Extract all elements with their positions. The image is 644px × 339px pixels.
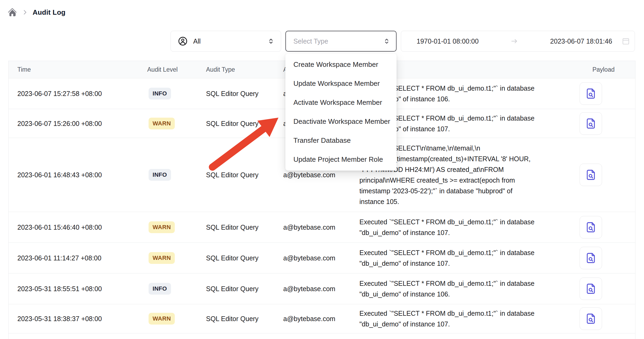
table-row: 2023-06-01 11:14:27 +08:00 WARN SQL Edit… <box>9 243 635 273</box>
row-time: 2023-05-31 18:55:51 +08:00 <box>17 285 102 293</box>
row-audit-type: SQL Editor Query <box>206 285 258 293</box>
file-search-icon <box>585 252 597 264</box>
row-time: 2023-06-01 15:46:40 +08:00 <box>17 224 102 231</box>
header-payload: Payload <box>592 66 615 73</box>
menu-item-activate-workspace-member[interactable]: Activate Workspace Member <box>285 93 397 112</box>
row-actor: a@bytebase.com <box>283 171 335 179</box>
row-comment: Executed `"SELECT * FROM db_ui_demo.t1;"… <box>359 278 573 299</box>
updown-chevrons-icon <box>383 37 391 45</box>
file-search-icon <box>585 117 597 130</box>
audit-type-dropdown-menu: Create Workspace Member Update Workspace… <box>285 53 397 171</box>
breadcrumb: Audit Log <box>7 6 65 18</box>
actor-filter-select[interactable]: All <box>170 31 281 52</box>
payload-view-button[interactable] <box>580 216 602 238</box>
updown-chevrons-icon <box>267 37 275 45</box>
row-audit-type: SQL Editor Query <box>206 254 258 262</box>
audit-level-badge: WARN <box>149 118 175 129</box>
row-comment: Executed `"SELECT * FROM db_ui_demo.t1;"… <box>359 308 573 329</box>
table-row <box>9 333 635 339</box>
date-range-picker[interactable]: 1970-01-01 08:00:00 2023-06-07 18:01:46 <box>401 31 635 52</box>
person-icon <box>178 36 188 46</box>
file-search-icon <box>585 87 597 100</box>
row-time: 2023-06-07 15:27:58 +08:00 <box>17 90 102 98</box>
audit-level-badge: WARN <box>149 252 175 264</box>
row-audit-type: SQL Editor Query <box>206 224 258 231</box>
payload-view-button[interactable] <box>580 164 602 186</box>
row-audit-type: SQL Editor Query <box>206 120 258 127</box>
type-filter-select[interactable]: Select Type <box>285 31 397 52</box>
page-title: Audit Log <box>33 8 65 17</box>
file-search-icon <box>585 283 597 295</box>
payload-view-button[interactable] <box>580 247 602 269</box>
row-time: 2023-06-01 11:14:27 +08:00 <box>17 254 101 262</box>
audit-level-badge: WARN <box>149 313 175 325</box>
row-actor: a@bytebase.com <box>283 224 335 231</box>
table-row: 2023-06-01 15:46:40 +08:00 WARN SQL Edit… <box>9 212 635 243</box>
breadcrumb-chevron-icon <box>21 9 28 16</box>
audit-level-badge: INFO <box>149 169 171 181</box>
type-filter-placeholder: Select Type <box>293 37 383 45</box>
header-audit-level: Audit Level <box>147 66 178 73</box>
menu-item-create-workspace-member[interactable]: Create Workspace Member <box>285 55 397 74</box>
audit-level-badge: INFO <box>149 88 171 99</box>
row-audit-type: SQL Editor Query <box>206 171 258 179</box>
payload-view-button[interactable] <box>580 307 602 330</box>
payload-view-button[interactable] <box>580 278 602 300</box>
audit-level-badge: INFO <box>149 283 171 295</box>
row-time: 2023-05-31 18:38:37 +08:00 <box>17 315 102 323</box>
table-row: 2023-05-31 18:38:37 +08:00 WARN SQL Edit… <box>9 304 635 333</box>
payload-view-button[interactable] <box>580 112 602 135</box>
home-icon[interactable] <box>7 7 17 17</box>
row-comment: Executed `"SELECT * FROM db_ui_demo.t1;"… <box>359 217 573 238</box>
file-search-icon <box>585 169 597 181</box>
menu-item-update-project-member[interactable]: Update Project Member Role <box>285 150 397 169</box>
row-actor: a@bytebase.com <box>283 315 335 323</box>
calendar-icon[interactable] <box>621 37 630 46</box>
table-row: 2023-05-31 18:55:51 +08:00 INFO SQL Edit… <box>9 273 635 304</box>
row-actor: a@bytebase.com <box>283 254 335 262</box>
row-comment: Executed `"SELECT * FROM db_ui_demo.t1;"… <box>359 247 573 269</box>
audit-level-badge: WARN <box>149 221 175 233</box>
payload-view-button[interactable] <box>580 82 602 105</box>
actor-filter-value: All <box>193 37 262 45</box>
header-audit-type: Audit Type <box>206 66 235 73</box>
date-range-end[interactable]: 2023-06-07 18:01:46 <box>550 37 612 45</box>
row-audit-type: SQL Editor Query <box>206 90 258 98</box>
file-search-icon <box>585 221 597 233</box>
row-time: 2023-06-01 16:48:43 +08:00 <box>17 171 102 179</box>
menu-item-update-workspace-member[interactable]: Update Workspace Member <box>285 74 397 93</box>
menu-item-deactivate-workspace-member[interactable]: Deactivate Workspace Member <box>285 112 397 131</box>
file-search-icon <box>585 313 597 325</box>
row-time: 2023-06-07 15:26:00 +08:00 <box>17 120 102 127</box>
date-range-start[interactable]: 1970-01-01 08:00:00 <box>417 37 479 45</box>
row-audit-type: SQL Editor Query <box>206 315 258 323</box>
arrow-right-icon <box>510 37 519 46</box>
header-time: Time <box>17 66 31 73</box>
menu-item-transfer-database[interactable]: Transfer Database <box>285 131 397 150</box>
row-actor: a@bytebase.com <box>283 285 335 293</box>
